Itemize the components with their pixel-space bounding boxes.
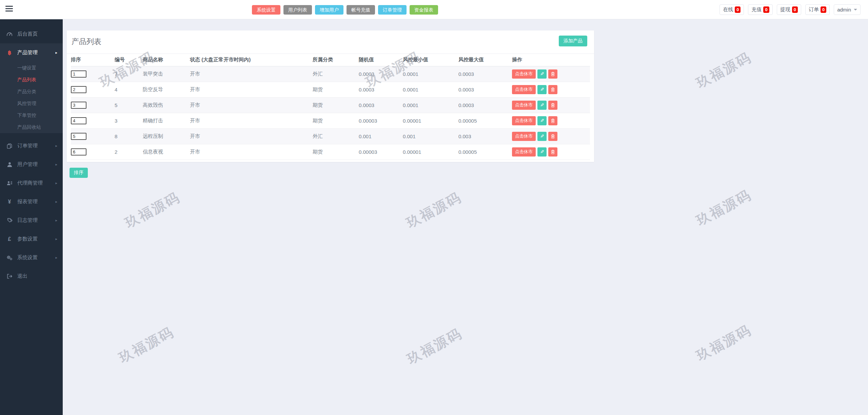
cell-category: 期货 [313, 144, 359, 160]
cell-risk-max: 0.0003 [458, 82, 512, 97]
cell-category: 期货 [313, 82, 359, 97]
topbar-stats: 在线 0 充值 0 提现 0 订单 0 admin [719, 4, 861, 15]
sidebar-subitem-product-recycle[interactable]: 产品回收站 [0, 121, 63, 133]
sidebar-item-report-manage[interactable]: ¥ 报表管理 ▸ [0, 192, 63, 211]
user-icon [6, 162, 13, 167]
quick-button-funds-report[interactable]: 资金报表 [410, 5, 438, 15]
cell-status: 开市 [190, 97, 313, 113]
watermark: 玖福源码 [693, 48, 754, 92]
cell-name: 信息夜视 [143, 144, 190, 160]
sidebar: 后台首页 ฿ 产品管理 ▸ 一键设置 产品列表 产品分类 风控管理 下单管控 产… [0, 19, 63, 415]
sidebar-subitem-quick-setup[interactable]: 一键设置 [0, 62, 63, 74]
delete-button[interactable] [548, 116, 557, 125]
stat-badge: 0 [792, 6, 798, 13]
edit-button[interactable]: ✎ [537, 147, 547, 157]
sidebar-subitem-risk-manage[interactable]: 风控管理 [0, 98, 63, 109]
delete-button[interactable] [548, 69, 557, 79]
quick-button-user-list[interactable]: 用户列表 [283, 5, 312, 15]
cell-category: 外汇 [313, 66, 359, 82]
edit-button[interactable]: ✎ [537, 101, 547, 110]
pencil-icon: ✎ [540, 102, 544, 108]
stat-withdraw[interactable]: 提现 0 [777, 4, 801, 15]
delete-button[interactable] [548, 132, 557, 141]
sort-input[interactable] [71, 70, 86, 78]
sidebar-subitem-product-category[interactable]: 产品分类 [0, 86, 63, 98]
sidebar-subitem-order-control[interactable]: 下单管控 [0, 109, 63, 121]
quick-button-add-user[interactable]: 增加用户 [315, 5, 343, 15]
close-market-button[interactable]: 点击休市 [512, 132, 536, 141]
close-market-button[interactable]: 点击休市 [512, 69, 536, 79]
sidebar-item-label: 系统设置 [17, 254, 38, 261]
cell-id: 3 [115, 113, 143, 128]
watermark: 玖福源码 [693, 320, 754, 365]
cell-status: 开市 [190, 113, 313, 128]
quick-button-order-manage[interactable]: 订单管理 [378, 5, 407, 15]
chevron-right-icon: ▸ [55, 255, 57, 260]
delete-button[interactable] [548, 101, 557, 110]
table-row: 8 远程压制 开市 外汇 0.001 0.001 0.003 点击休市 ✎ [71, 128, 590, 144]
trash-icon [551, 103, 555, 107]
sidebar-subitem-product-list[interactable]: 产品列表 [0, 74, 63, 86]
stat-orders[interactable]: 订单 0 [805, 4, 830, 15]
table-row: 4 防空反导 开市 期货 0.0003 0.0001 0.0003 点击休市 ✎ [71, 82, 590, 97]
add-product-button[interactable]: 添加产品 [559, 36, 587, 46]
edit-button[interactable]: ✎ [537, 132, 547, 141]
sidebar-item-param-settings[interactable]: £ 参数设置 ▸ [0, 230, 63, 248]
col-id: 编号 [115, 54, 143, 66]
sidebar-item-agent-manage[interactable]: 代理商管理 ▸ [0, 174, 63, 192]
chevron-right-icon: ▸ [55, 144, 57, 148]
delete-button[interactable] [548, 85, 557, 94]
stat-online[interactable]: 在线 0 [719, 4, 744, 15]
apply-sort-button[interactable]: 排序 [70, 168, 88, 178]
pencil-icon: ✎ [540, 87, 544, 92]
cell-id: 4 [115, 82, 143, 97]
sort-input[interactable] [71, 117, 86, 124]
sidebar-item-system-settings[interactable]: 系统设置 ▸ [0, 248, 63, 267]
edit-button[interactable]: ✎ [537, 85, 547, 94]
sort-input[interactable] [71, 133, 86, 140]
username: admin [837, 7, 851, 13]
stat-recharge[interactable]: 充值 0 [748, 4, 772, 15]
pound-icon: £ [6, 236, 13, 242]
panel-header: 产品列表 添加产品 [67, 30, 594, 54]
sidebar-item-order-manage[interactable]: 订单管理 ▸ [0, 137, 63, 155]
sidebar-item-product-manage[interactable]: ฿ 产品管理 ▸ [0, 43, 63, 62]
cell-category: 期货 [313, 97, 359, 113]
table-row: 2 信息夜视 开市 期货 0.00003 0.00001 0.00005 点击休… [71, 144, 590, 160]
cell-name: 精确打击 [143, 113, 190, 128]
edit-button[interactable]: ✎ [537, 69, 547, 79]
sort-input[interactable] [71, 148, 86, 155]
user-menu[interactable]: admin [834, 4, 861, 15]
sidebar-item-home[interactable]: 后台首页 [0, 25, 63, 43]
close-market-button[interactable]: 点击休市 [512, 85, 536, 94]
cell-risk-max: 0.0003 [458, 66, 512, 82]
close-market-button[interactable]: 点击休市 [512, 147, 536, 157]
quick-button-account-recharge[interactable]: 帐号充值 [347, 5, 375, 15]
close-market-button[interactable]: 点击休市 [512, 116, 536, 125]
close-market-button[interactable]: 点击休市 [512, 101, 536, 110]
topbar: 系统设置 用户列表 增加用户 帐号充值 订单管理 资金报表 在线 0 充值 0 … [0, 0, 868, 19]
chevron-right-icon: ▸ [55, 218, 57, 223]
delete-button[interactable] [548, 147, 557, 157]
quick-button-system-settings[interactable]: 系统设置 [252, 5, 280, 15]
agents-icon [6, 181, 13, 186]
col-risk-min: 风控最小值 [403, 54, 458, 66]
cell-name: 高效毁伤 [143, 97, 190, 113]
chevron-down-icon [854, 9, 857, 11]
edit-button[interactable]: ✎ [537, 116, 547, 125]
sidebar-item-label: 参数设置 [17, 236, 38, 242]
cell-name: 防空反导 [143, 82, 190, 97]
sidebar-item-user-manage[interactable]: 用户管理 ▸ [0, 155, 63, 174]
col-name: 商品名称 [143, 54, 190, 66]
sidebar-item-log-manage[interactable]: 日志管理 ▸ [0, 211, 63, 230]
pencil-icon: ✎ [540, 71, 544, 77]
stat-label: 订单 [809, 6, 819, 13]
files-icon [6, 143, 13, 149]
sort-input[interactable] [71, 86, 86, 93]
menu-toggle-icon[interactable] [5, 6, 13, 13]
sidebar-item-logout[interactable]: 退出 [0, 267, 63, 286]
sort-input[interactable] [71, 102, 86, 109]
cell-random: 0.0003 [359, 66, 403, 82]
col-actions: 操作 [512, 54, 590, 66]
pencil-icon: ✎ [540, 118, 544, 123]
